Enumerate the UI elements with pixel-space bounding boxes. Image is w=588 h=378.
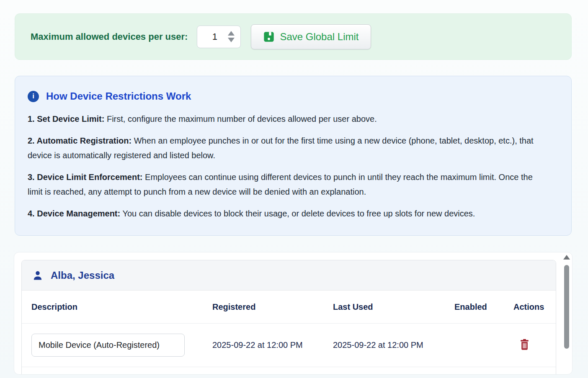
number-spinner[interactable] [227,31,235,42]
global-limit-label: Maximum allowed devices per user: [31,31,188,42]
info-item-3-lead: 3. Device Limit Enforcement: [28,172,143,182]
device-registered-date: 2025-09-22 at 12:00 PM [212,340,333,350]
device-list-scrollbar[interactable] [563,255,570,373]
how-it-works-panel: i How Device Restrictions Work 1. Set De… [15,76,572,236]
scrollbar-up-arrow-icon[interactable] [563,255,570,260]
column-last-used: Last Used [333,302,454,312]
person-icon [32,270,44,281]
delete-device-button[interactable] [519,339,530,350]
user-devices-card: Alba, Jessica Description Registered Las… [14,252,573,375]
max-devices-input[interactable]: 1 [197,26,241,48]
info-item-2: 2. Automatic Registration: When an emplo… [28,134,546,163]
user-header: Alba, Jessica [22,260,556,291]
save-global-limit-label: Save Global Limit [280,31,358,43]
info-item-3: 3. Device Limit Enforcement: Employees c… [28,170,546,199]
device-row: 2025-09-22 at 12:00 PM 2025-09-22 at 12:… [22,324,556,367]
column-enabled: Enabled [454,302,513,312]
trash-icon [519,339,530,350]
spinner-up-icon[interactable] [228,31,235,36]
spinner-down-icon[interactable] [228,38,235,42]
toggle-knob [440,347,453,360]
scrollbar-thumb[interactable] [564,265,569,349]
column-actions: Actions [513,302,550,312]
info-item-2-lead: 2. Automatic Registration: [28,136,132,145]
column-description: Description [31,302,212,312]
device-description-input[interactable] [31,334,185,357]
info-item-1: 1. Set Device Limit: First, configure th… [28,112,546,126]
info-circle-icon: i [28,91,39,102]
global-limit-banner: Maximum allowed devices per user: 1 Save… [15,13,572,60]
column-registered: Registered [212,302,333,312]
info-item-4-text: You can disable devices to block their u… [120,209,475,218]
info-item-4-lead: 4. Device Management: [28,209,120,218]
info-panel-title: How Device Restrictions Work [46,90,191,102]
info-panel-header: i How Device Restrictions Work [28,90,546,102]
device-last-used-date: 2025-09-22 at 12:00 PM [333,340,454,350]
info-item-1-lead: 1. Set Device Limit: [28,114,104,123]
user-name: Alba, Jessica [51,270,114,281]
user-devices-section: Alba, Jessica Description Registered Las… [21,260,556,375]
device-table-header: Description Registered Last Used Enabled… [22,291,556,324]
info-item-4: 4. Device Management: You can disable de… [28,206,546,221]
save-floppy-icon [263,31,274,42]
max-devices-value: 1 [202,31,227,42]
info-item-1-text: First, configure the maximum number of d… [104,114,377,123]
save-global-limit-button[interactable]: Save Global Limit [251,24,371,49]
